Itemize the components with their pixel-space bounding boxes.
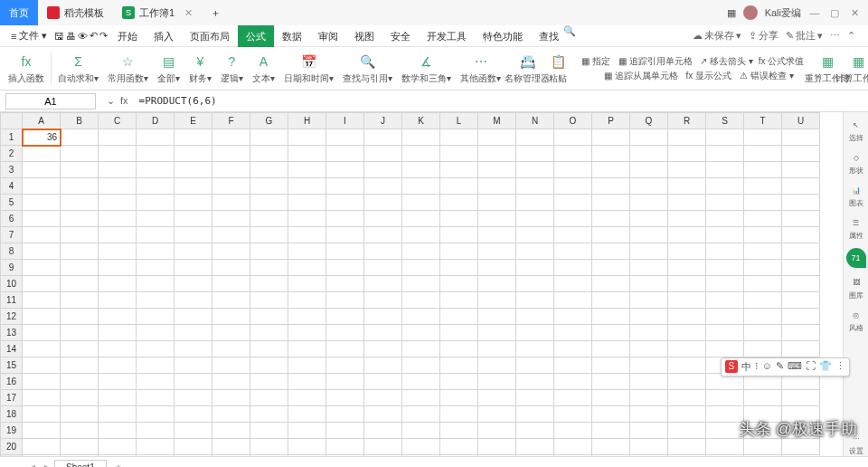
cell-P3[interactable]: [592, 162, 630, 178]
side-prop[interactable]: ☰属性: [849, 215, 863, 241]
cell-H16[interactable]: [288, 374, 326, 390]
row-header-6[interactable]: 6: [1, 211, 23, 227]
cell-J7[interactable]: [364, 227, 402, 243]
cell-K8[interactable]: [402, 243, 440, 260]
cell-M6[interactable]: [478, 211, 516, 227]
cell-T2[interactable]: [744, 146, 782, 162]
cell-K2[interactable]: [402, 146, 440, 162]
cell-I1[interactable]: [326, 129, 364, 146]
qat-redo-icon[interactable]: ↷: [99, 30, 108, 42]
cell-J2[interactable]: [364, 146, 402, 162]
row-header-18[interactable]: 18: [1, 406, 23, 423]
row-header-15[interactable]: 15: [1, 357, 23, 374]
cell-D4[interactable]: [137, 178, 175, 195]
ribbon-fn-3[interactable]: ▤全部▾: [155, 52, 183, 85]
cell-J8[interactable]: [364, 243, 402, 260]
cell-I19[interactable]: [326, 423, 364, 439]
cell-L19[interactable]: [440, 423, 478, 439]
cell-A7[interactable]: [23, 227, 61, 243]
cell-R15[interactable]: [668, 357, 706, 374]
cell-L8[interactable]: [440, 243, 478, 260]
cell-S4[interactable]: [706, 178, 744, 195]
cell-U10[interactable]: [782, 276, 820, 292]
cell-N15[interactable]: [516, 357, 554, 374]
cell-S8[interactable]: [706, 243, 744, 260]
cell-K9[interactable]: [402, 260, 440, 276]
cell-I21[interactable]: [326, 455, 364, 457]
cell-D21[interactable]: [137, 455, 175, 457]
menu-item-8[interactable]: 开发工具: [419, 25, 475, 47]
cell-K4[interactable]: [402, 178, 440, 195]
cell-U21[interactable]: [782, 455, 820, 457]
cell-N21[interactable]: [516, 455, 554, 457]
cell-B14[interactable]: [61, 341, 99, 357]
cell-D18[interactable]: [137, 406, 175, 423]
cell-T5[interactable]: [744, 195, 782, 211]
cell-I10[interactable]: [326, 276, 364, 292]
ribbon-fn-10[interactable]: ⋯其他函数▾: [458, 52, 504, 85]
cell-C17[interactable]: [99, 390, 137, 406]
col-header-M[interactable]: M: [478, 113, 516, 129]
cell-K20[interactable]: [402, 439, 440, 455]
cell-I13[interactable]: [326, 325, 364, 341]
cell-G11[interactable]: [250, 292, 288, 309]
cell-M10[interactable]: [478, 276, 516, 292]
cell-R20[interactable]: [668, 439, 706, 455]
col-header-A[interactable]: A: [23, 113, 61, 129]
cell-O18[interactable]: [554, 406, 592, 423]
cell-A21[interactable]: [23, 455, 61, 457]
cell-Q21[interactable]: [630, 455, 668, 457]
cell-J3[interactable]: [364, 162, 402, 178]
cell-F5[interactable]: [212, 195, 250, 211]
cell-H13[interactable]: [288, 325, 326, 341]
cell-N12[interactable]: [516, 309, 554, 325]
cell-H15[interactable]: [288, 357, 326, 374]
cell-N10[interactable]: [516, 276, 554, 292]
cell-P5[interactable]: [592, 195, 630, 211]
sheet-nav-next[interactable]: ▸: [41, 462, 52, 467]
cell-I11[interactable]: [326, 292, 364, 309]
cell-G4[interactable]: [250, 178, 288, 195]
cell-U11[interactable]: [782, 292, 820, 309]
cell-Q2[interactable]: [630, 146, 668, 162]
cell-K6[interactable]: [402, 211, 440, 227]
cell-K1[interactable]: [402, 129, 440, 146]
cell-A17[interactable]: [23, 390, 61, 406]
cell-A5[interactable]: [23, 195, 61, 211]
cell-C4[interactable]: [99, 178, 137, 195]
cell-P13[interactable]: [592, 325, 630, 341]
cell-E17[interactable]: [175, 390, 212, 406]
cell-G17[interactable]: [250, 390, 288, 406]
cell-L12[interactable]: [440, 309, 478, 325]
cell-O3[interactable]: [554, 162, 592, 178]
ribbon-fn-0[interactable]: fx插入函数: [5, 52, 47, 85]
cell-E14[interactable]: [175, 341, 212, 357]
cell-C5[interactable]: [99, 195, 137, 211]
cell-G19[interactable]: [250, 423, 288, 439]
cell-M21[interactable]: [478, 455, 516, 457]
col-header-G[interactable]: G: [250, 113, 288, 129]
qat-undo-icon[interactable]: ↶: [90, 30, 98, 42]
cell-D19[interactable]: [137, 423, 175, 439]
cell-M16[interactable]: [478, 374, 516, 390]
cell-C21[interactable]: [99, 455, 137, 457]
cell-N14[interactable]: [516, 341, 554, 357]
cell-G5[interactable]: [250, 195, 288, 211]
ime-toolbar[interactable]: S 中 ⁝ ☺ ✎ ⌨ ⛶ 👕 ⋮: [721, 357, 850, 376]
cell-C6[interactable]: [99, 211, 137, 227]
cell-H20[interactable]: [288, 439, 326, 455]
cell-B19[interactable]: [61, 423, 99, 439]
cell-H19[interactable]: [288, 423, 326, 439]
menu-item-4[interactable]: 数据: [274, 25, 310, 47]
cell-T6[interactable]: [744, 211, 782, 227]
cell-B10[interactable]: [61, 276, 99, 292]
cell-O14[interactable]: [554, 341, 592, 357]
name-manager-button[interactable]: 📇名称管理器: [514, 52, 540, 85]
cell-H10[interactable]: [288, 276, 326, 292]
cell-A10[interactable]: [23, 276, 61, 292]
cell-F13[interactable]: [212, 325, 250, 341]
tab-workbook[interactable]: S工作簿1✕: [113, 0, 202, 25]
col-header-L[interactable]: L: [440, 113, 478, 129]
cell-R19[interactable]: [668, 423, 706, 439]
cell-A15[interactable]: [23, 357, 61, 374]
